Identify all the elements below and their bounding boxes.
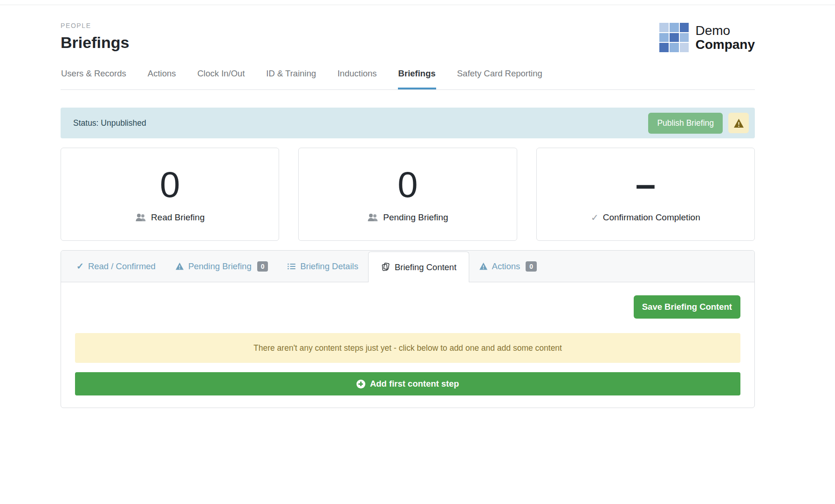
logo-text: Demo Company xyxy=(695,24,755,51)
users-icon xyxy=(367,213,379,222)
status-text: Status: Unpublished xyxy=(73,118,146,128)
briefing-panel: ✓ Read / Confirmed Pending Briefing 0 xyxy=(61,250,755,408)
logo-line2: Company xyxy=(695,38,755,52)
stat-label-text: Pending Briefing xyxy=(383,212,448,223)
tab-read-confirmed[interactable]: ✓ Read / Confirmed xyxy=(67,251,165,282)
logo-line1: Demo xyxy=(695,24,755,38)
stat-value: 0 xyxy=(397,166,418,203)
tab-badge: 0 xyxy=(526,261,537,272)
tab-briefing-content[interactable]: Briefing Content xyxy=(368,252,469,282)
tab-badge: 0 xyxy=(257,261,268,272)
status-bar: Status: Unpublished Publish Briefing xyxy=(61,108,755,138)
add-first-content-step-button[interactable]: Add first content step xyxy=(75,372,740,395)
nav-item-inductions[interactable]: Inductions xyxy=(337,65,377,89)
stat-label: Read Briefing xyxy=(135,212,205,223)
warning-triangle-icon xyxy=(733,118,744,128)
main-container: PEOPLE Briefings Demo Company Users & Re… xyxy=(61,5,755,408)
top-divider xyxy=(0,0,835,5)
stat-card-confirmation-completion: – ✓ Confirmation Completion xyxy=(536,148,755,241)
stat-label-text: Confirmation Completion xyxy=(603,212,700,223)
tab-label: Briefing Details xyxy=(300,261,358,272)
page-title: Briefings xyxy=(61,34,755,52)
nav-item-safety-card-reporting[interactable]: Safety Card Reporting xyxy=(457,65,543,89)
publish-warning-button[interactable] xyxy=(728,113,749,133)
plus-circle-icon xyxy=(356,380,365,388)
tab-actions[interactable]: Actions 0 xyxy=(469,251,547,282)
warning-icon xyxy=(479,262,488,270)
page-header: PEOPLE Briefings Demo Company xyxy=(61,5,755,52)
stat-value: 0 xyxy=(160,166,180,203)
tab-label: Actions xyxy=(492,261,520,272)
stat-cards: 0 Read Briefing 0 Pendi xyxy=(61,148,755,241)
list-icon xyxy=(287,263,296,270)
check-icon: ✓ xyxy=(76,261,84,272)
section-kicker: PEOPLE xyxy=(61,22,755,29)
nav-item-briefings[interactable]: Briefings xyxy=(398,65,436,89)
nav-item-id-training[interactable]: ID & Training xyxy=(266,65,316,89)
publish-briefing-button[interactable]: Publish Briefing xyxy=(648,113,723,134)
tab-pending-briefing[interactable]: Pending Briefing 0 xyxy=(165,251,278,282)
tab-label: Pending Briefing xyxy=(188,261,252,272)
pages-icon xyxy=(381,262,390,272)
empty-content-alert: There aren't any content steps just yet … xyxy=(75,333,740,363)
nav-item-clock-in-out[interactable]: Clock In/Out xyxy=(197,65,246,89)
tab-briefing-details[interactable]: Briefing Details xyxy=(278,251,368,282)
logo-grid-icon xyxy=(659,23,689,52)
panel-tabstrip: ✓ Read / Confirmed Pending Briefing 0 xyxy=(61,251,754,282)
stat-label: ✓ Confirmation Completion xyxy=(591,212,700,223)
tab-label: Read / Confirmed xyxy=(88,261,156,272)
stat-value: – xyxy=(636,166,656,202)
add-button-label: Add first content step xyxy=(370,379,459,389)
warning-icon xyxy=(175,262,184,270)
stat-card-pending-briefing: 0 Pending Briefing xyxy=(298,148,517,241)
briefing-content-panel: Save Briefing Content There aren't any c… xyxy=(61,282,754,408)
nav-item-users-records[interactable]: Users & Records xyxy=(61,65,127,89)
save-row: Save Briefing Content xyxy=(75,295,740,319)
stat-label: Pending Briefing xyxy=(367,212,448,223)
status-actions: Publish Briefing xyxy=(648,113,749,134)
tab-label: Briefing Content xyxy=(395,262,457,272)
primary-nav: Users & Records Actions Clock In/Out ID … xyxy=(61,65,755,90)
nav-item-actions[interactable]: Actions xyxy=(147,65,177,89)
stat-label-text: Read Briefing xyxy=(151,212,205,223)
check-icon: ✓ xyxy=(591,212,599,223)
users-icon xyxy=(135,213,147,222)
save-briefing-content-button[interactable]: Save Briefing Content xyxy=(634,295,740,319)
company-logo: Demo Company xyxy=(659,23,755,52)
stat-card-read-briefing: 0 Read Briefing xyxy=(61,148,279,241)
